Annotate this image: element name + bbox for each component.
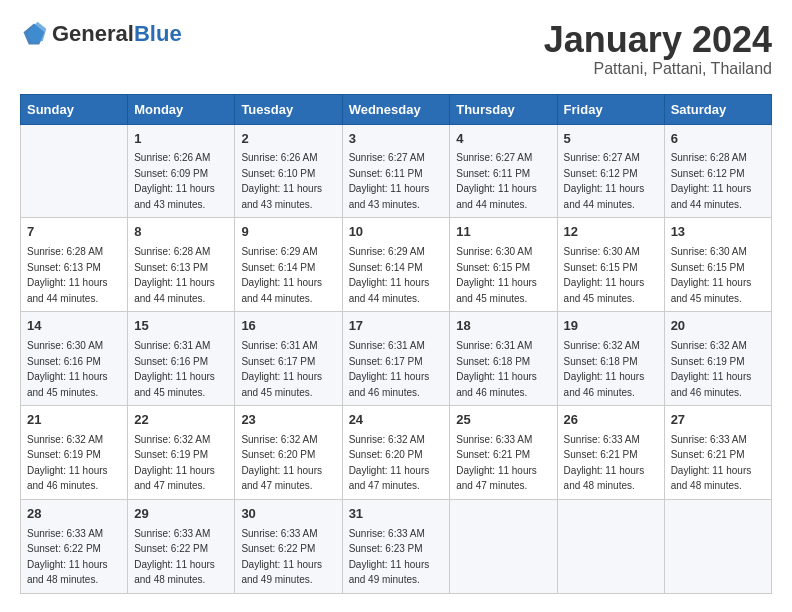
day-info: Sunrise: 6:33 AMSunset: 6:23 PMDaylight:…: [349, 528, 430, 586]
calendar-week-row: 28Sunrise: 6:33 AMSunset: 6:22 PMDayligh…: [21, 499, 772, 593]
calendar-cell: 23Sunrise: 6:32 AMSunset: 6:20 PMDayligh…: [235, 406, 342, 500]
day-info: Sunrise: 6:33 AMSunset: 6:21 PMDaylight:…: [671, 434, 752, 492]
calendar-cell: 20Sunrise: 6:32 AMSunset: 6:19 PMDayligh…: [664, 312, 771, 406]
day-number: 17: [349, 317, 444, 336]
calendar-cell: 27Sunrise: 6:33 AMSunset: 6:21 PMDayligh…: [664, 406, 771, 500]
day-info: Sunrise: 6:28 AMSunset: 6:12 PMDaylight:…: [671, 152, 752, 210]
day-info: Sunrise: 6:26 AMSunset: 6:09 PMDaylight:…: [134, 152, 215, 210]
calendar-cell: 24Sunrise: 6:32 AMSunset: 6:20 PMDayligh…: [342, 406, 450, 500]
day-number: 9: [241, 223, 335, 242]
calendar-cell: 12Sunrise: 6:30 AMSunset: 6:15 PMDayligh…: [557, 218, 664, 312]
calendar-cell: 9Sunrise: 6:29 AMSunset: 6:14 PMDaylight…: [235, 218, 342, 312]
day-info: Sunrise: 6:32 AMSunset: 6:19 PMDaylight:…: [134, 434, 215, 492]
calendar-cell: [450, 499, 557, 593]
day-info: Sunrise: 6:30 AMSunset: 6:15 PMDaylight:…: [456, 246, 537, 304]
day-info: Sunrise: 6:28 AMSunset: 6:13 PMDaylight:…: [27, 246, 108, 304]
day-number: 3: [349, 130, 444, 149]
day-info: Sunrise: 6:27 AMSunset: 6:11 PMDaylight:…: [456, 152, 537, 210]
day-info: Sunrise: 6:33 AMSunset: 6:22 PMDaylight:…: [134, 528, 215, 586]
day-number: 8: [134, 223, 228, 242]
calendar-week-row: 7Sunrise: 6:28 AMSunset: 6:13 PMDaylight…: [21, 218, 772, 312]
calendar-cell: 5Sunrise: 6:27 AMSunset: 6:12 PMDaylight…: [557, 124, 664, 218]
day-number: 28: [27, 505, 121, 524]
day-number: 31: [349, 505, 444, 524]
calendar-header-row: SundayMondayTuesdayWednesdayThursdayFrid…: [21, 94, 772, 124]
logo-icon: [20, 20, 48, 48]
calendar-cell: 10Sunrise: 6:29 AMSunset: 6:14 PMDayligh…: [342, 218, 450, 312]
calendar-table: SundayMondayTuesdayWednesdayThursdayFrid…: [20, 94, 772, 594]
day-number: 10: [349, 223, 444, 242]
title-block: January 2024 Pattani, Pattani, Thailand: [544, 20, 772, 78]
calendar-cell: [557, 499, 664, 593]
day-number: 6: [671, 130, 765, 149]
calendar-cell: 2Sunrise: 6:26 AMSunset: 6:10 PMDaylight…: [235, 124, 342, 218]
logo-blue: Blue: [134, 23, 182, 45]
day-number: 7: [27, 223, 121, 242]
calendar-cell: 6Sunrise: 6:28 AMSunset: 6:12 PMDaylight…: [664, 124, 771, 218]
day-info: Sunrise: 6:31 AMSunset: 6:17 PMDaylight:…: [349, 340, 430, 398]
day-info: Sunrise: 6:33 AMSunset: 6:22 PMDaylight:…: [241, 528, 322, 586]
day-number: 20: [671, 317, 765, 336]
header-thursday: Thursday: [450, 94, 557, 124]
day-number: 30: [241, 505, 335, 524]
calendar-cell: 7Sunrise: 6:28 AMSunset: 6:13 PMDaylight…: [21, 218, 128, 312]
day-number: 5: [564, 130, 658, 149]
calendar-cell: 18Sunrise: 6:31 AMSunset: 6:18 PMDayligh…: [450, 312, 557, 406]
day-number: 25: [456, 411, 550, 430]
day-info: Sunrise: 6:33 AMSunset: 6:21 PMDaylight:…: [564, 434, 645, 492]
day-info: Sunrise: 6:27 AMSunset: 6:11 PMDaylight:…: [349, 152, 430, 210]
day-info: Sunrise: 6:33 AMSunset: 6:22 PMDaylight:…: [27, 528, 108, 586]
header-wednesday: Wednesday: [342, 94, 450, 124]
location-title: Pattani, Pattani, Thailand: [544, 60, 772, 78]
day-number: 14: [27, 317, 121, 336]
day-info: Sunrise: 6:32 AMSunset: 6:20 PMDaylight:…: [241, 434, 322, 492]
calendar-week-row: 1Sunrise: 6:26 AMSunset: 6:09 PMDaylight…: [21, 124, 772, 218]
calendar-cell: 13Sunrise: 6:30 AMSunset: 6:15 PMDayligh…: [664, 218, 771, 312]
day-number: 11: [456, 223, 550, 242]
calendar-cell: 16Sunrise: 6:31 AMSunset: 6:17 PMDayligh…: [235, 312, 342, 406]
day-info: Sunrise: 6:30 AMSunset: 6:15 PMDaylight:…: [671, 246, 752, 304]
day-info: Sunrise: 6:32 AMSunset: 6:20 PMDaylight:…: [349, 434, 430, 492]
day-number: 27: [671, 411, 765, 430]
month-title: January 2024: [544, 20, 772, 60]
day-number: 18: [456, 317, 550, 336]
day-number: 1: [134, 130, 228, 149]
day-info: Sunrise: 6:26 AMSunset: 6:10 PMDaylight:…: [241, 152, 322, 210]
header-monday: Monday: [128, 94, 235, 124]
day-number: 4: [456, 130, 550, 149]
day-number: 12: [564, 223, 658, 242]
calendar-cell: 31Sunrise: 6:33 AMSunset: 6:23 PMDayligh…: [342, 499, 450, 593]
day-info: Sunrise: 6:30 AMSunset: 6:15 PMDaylight:…: [564, 246, 645, 304]
calendar-cell: 3Sunrise: 6:27 AMSunset: 6:11 PMDaylight…: [342, 124, 450, 218]
calendar-cell: 28Sunrise: 6:33 AMSunset: 6:22 PMDayligh…: [21, 499, 128, 593]
day-number: 13: [671, 223, 765, 242]
calendar-cell: 1Sunrise: 6:26 AMSunset: 6:09 PMDaylight…: [128, 124, 235, 218]
header-sunday: Sunday: [21, 94, 128, 124]
header-saturday: Saturday: [664, 94, 771, 124]
page-header: General Blue January 2024 Pattani, Patta…: [20, 20, 772, 78]
day-number: 16: [241, 317, 335, 336]
calendar-cell: 11Sunrise: 6:30 AMSunset: 6:15 PMDayligh…: [450, 218, 557, 312]
day-info: Sunrise: 6:31 AMSunset: 6:17 PMDaylight:…: [241, 340, 322, 398]
day-number: 19: [564, 317, 658, 336]
day-info: Sunrise: 6:28 AMSunset: 6:13 PMDaylight:…: [134, 246, 215, 304]
day-number: 22: [134, 411, 228, 430]
day-number: 15: [134, 317, 228, 336]
calendar-cell: 15Sunrise: 6:31 AMSunset: 6:16 PMDayligh…: [128, 312, 235, 406]
calendar-cell: 19Sunrise: 6:32 AMSunset: 6:18 PMDayligh…: [557, 312, 664, 406]
day-number: 26: [564, 411, 658, 430]
calendar-cell: 30Sunrise: 6:33 AMSunset: 6:22 PMDayligh…: [235, 499, 342, 593]
day-info: Sunrise: 6:33 AMSunset: 6:21 PMDaylight:…: [456, 434, 537, 492]
day-number: 24: [349, 411, 444, 430]
calendar-week-row: 14Sunrise: 6:30 AMSunset: 6:16 PMDayligh…: [21, 312, 772, 406]
calendar-week-row: 21Sunrise: 6:32 AMSunset: 6:19 PMDayligh…: [21, 406, 772, 500]
logo-general: General: [52, 23, 134, 45]
day-info: Sunrise: 6:31 AMSunset: 6:18 PMDaylight:…: [456, 340, 537, 398]
calendar-cell: 26Sunrise: 6:33 AMSunset: 6:21 PMDayligh…: [557, 406, 664, 500]
day-number: 23: [241, 411, 335, 430]
logo: General Blue: [20, 20, 182, 48]
header-tuesday: Tuesday: [235, 94, 342, 124]
calendar-cell: 8Sunrise: 6:28 AMSunset: 6:13 PMDaylight…: [128, 218, 235, 312]
day-info: Sunrise: 6:27 AMSunset: 6:12 PMDaylight:…: [564, 152, 645, 210]
day-info: Sunrise: 6:29 AMSunset: 6:14 PMDaylight:…: [241, 246, 322, 304]
